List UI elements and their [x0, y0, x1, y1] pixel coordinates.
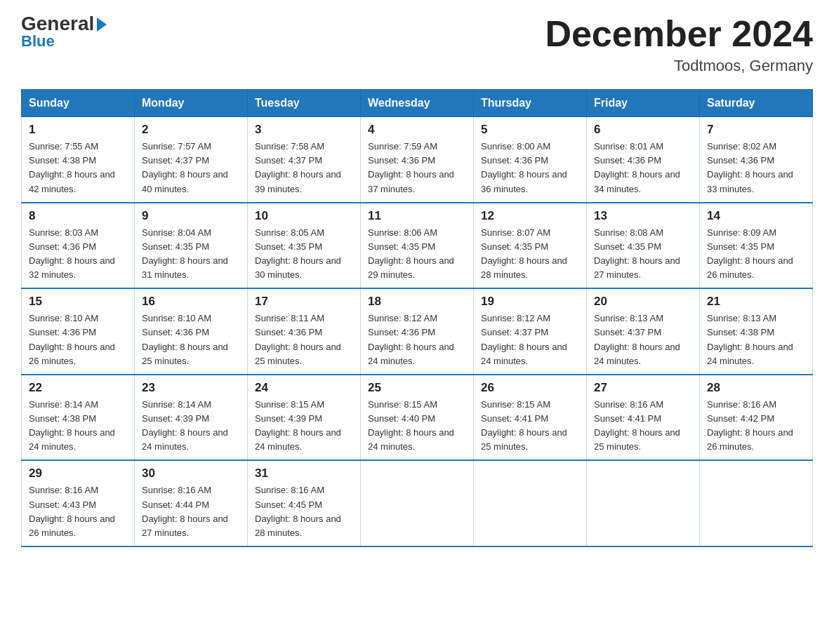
day-info: Sunrise: 7:58 AM Sunset: 4:37 PM Dayligh… — [255, 140, 353, 196]
day-number: 30 — [142, 467, 240, 481]
day-cell: 20 Sunrise: 8:13 AM Sunset: 4:37 PM Dayl… — [587, 288, 700, 375]
day-header-tuesday: Tuesday — [248, 90, 361, 117]
day-info: Sunrise: 8:06 AM Sunset: 4:35 PM Dayligh… — [368, 226, 466, 283]
location: Todtmoos, Germany — [545, 57, 813, 75]
day-number: 2 — [142, 123, 240, 137]
day-cell: 18 Sunrise: 8:12 AM Sunset: 4:36 PM Dayl… — [361, 288, 474, 375]
day-cell: 13 Sunrise: 8:08 AM Sunset: 4:35 PM Dayl… — [587, 203, 700, 289]
day-header-friday: Friday — [587, 90, 700, 117]
day-cell: 2 Sunrise: 7:57 AM Sunset: 4:37 PM Dayli… — [135, 117, 248, 203]
day-info: Sunrise: 8:02 AM Sunset: 4:36 PM Dayligh… — [707, 140, 805, 196]
day-cell: 16 Sunrise: 8:10 AM Sunset: 4:36 PM Dayl… — [135, 288, 248, 375]
day-info: Sunrise: 7:55 AM Sunset: 4:38 PM Dayligh… — [29, 140, 127, 196]
day-info: Sunrise: 8:16 AM Sunset: 4:45 PM Dayligh… — [255, 483, 353, 540]
day-info: Sunrise: 8:14 AM Sunset: 4:38 PM Dayligh… — [29, 398, 127, 455]
day-info: Sunrise: 8:14 AM Sunset: 4:39 PM Dayligh… — [142, 398, 240, 455]
day-info: Sunrise: 8:12 AM Sunset: 4:36 PM Dayligh… — [368, 311, 466, 368]
day-cell: 30 Sunrise: 8:16 AM Sunset: 4:44 PM Dayl… — [135, 460, 248, 546]
day-info: Sunrise: 8:10 AM Sunset: 4:36 PM Dayligh… — [29, 311, 127, 368]
day-number: 23 — [142, 381, 240, 395]
page-header: General Blue December 2024 Todtmoos, Ger… — [21, 14, 813, 75]
day-number: 29 — [29, 467, 127, 481]
day-number: 12 — [481, 209, 579, 223]
day-cell: 3 Sunrise: 7:58 AM Sunset: 4:37 PM Dayli… — [248, 117, 361, 203]
logo-blue-text: Blue — [21, 32, 55, 51]
day-info: Sunrise: 8:13 AM Sunset: 4:38 PM Dayligh… — [707, 311, 805, 368]
day-cell — [587, 460, 700, 546]
day-info: Sunrise: 8:16 AM Sunset: 4:44 PM Dayligh… — [142, 483, 240, 540]
week-row-2: 8 Sunrise: 8:03 AM Sunset: 4:36 PM Dayli… — [22, 203, 813, 289]
day-info: Sunrise: 8:15 AM Sunset: 4:41 PM Dayligh… — [481, 398, 579, 455]
day-cell — [700, 460, 813, 546]
day-info: Sunrise: 8:10 AM Sunset: 4:36 PM Dayligh… — [142, 311, 240, 368]
day-number: 8 — [29, 209, 127, 223]
day-header-saturday: Saturday — [700, 90, 813, 117]
day-info: Sunrise: 8:03 AM Sunset: 4:36 PM Dayligh… — [29, 226, 127, 283]
day-info: Sunrise: 7:57 AM Sunset: 4:37 PM Dayligh… — [142, 140, 240, 196]
day-number: 17 — [255, 295, 353, 309]
day-info: Sunrise: 8:08 AM Sunset: 4:35 PM Dayligh… — [594, 226, 692, 283]
day-cell: 29 Sunrise: 8:16 AM Sunset: 4:43 PM Dayl… — [22, 460, 135, 546]
day-number: 26 — [481, 381, 579, 395]
day-info: Sunrise: 8:11 AM Sunset: 4:36 PM Dayligh… — [255, 311, 353, 368]
day-cell: 31 Sunrise: 8:16 AM Sunset: 4:45 PM Dayl… — [248, 460, 361, 546]
day-number: 31 — [255, 467, 353, 481]
day-number: 11 — [368, 209, 466, 223]
day-cell — [361, 460, 474, 546]
day-cell: 4 Sunrise: 7:59 AM Sunset: 4:36 PM Dayli… — [361, 117, 474, 203]
day-cell: 23 Sunrise: 8:14 AM Sunset: 4:39 PM Dayl… — [135, 375, 248, 461]
day-cell: 8 Sunrise: 8:03 AM Sunset: 4:36 PM Dayli… — [22, 203, 135, 289]
month-title: December 2024 — [545, 14, 813, 54]
day-number: 19 — [481, 295, 579, 309]
day-cell: 9 Sunrise: 8:04 AM Sunset: 4:35 PM Dayli… — [135, 203, 248, 289]
title-block: December 2024 Todtmoos, Germany — [545, 14, 813, 75]
day-number: 21 — [707, 295, 805, 309]
day-info: Sunrise: 8:16 AM Sunset: 4:43 PM Dayligh… — [29, 483, 127, 540]
day-number: 6 — [594, 123, 692, 137]
day-cell: 24 Sunrise: 8:15 AM Sunset: 4:39 PM Dayl… — [248, 375, 361, 461]
day-number: 27 — [594, 381, 692, 395]
day-cell: 11 Sunrise: 8:06 AM Sunset: 4:35 PM Dayl… — [361, 203, 474, 289]
day-info: Sunrise: 8:15 AM Sunset: 4:39 PM Dayligh… — [255, 398, 353, 455]
day-header-sunday: Sunday — [22, 90, 135, 117]
logo: General Blue — [21, 14, 107, 51]
day-info: Sunrise: 8:16 AM Sunset: 4:41 PM Dayligh… — [594, 398, 692, 455]
day-cell: 17 Sunrise: 8:11 AM Sunset: 4:36 PM Dayl… — [248, 288, 361, 375]
day-info: Sunrise: 8:04 AM Sunset: 4:35 PM Dayligh… — [142, 226, 240, 283]
day-info: Sunrise: 8:12 AM Sunset: 4:37 PM Dayligh… — [481, 311, 579, 368]
day-number: 10 — [255, 209, 353, 223]
day-cell: 6 Sunrise: 8:01 AM Sunset: 4:36 PM Dayli… — [587, 117, 700, 203]
week-row-1: 1 Sunrise: 7:55 AM Sunset: 4:38 PM Dayli… — [22, 117, 813, 203]
day-number: 28 — [707, 381, 805, 395]
day-number: 18 — [368, 295, 466, 309]
day-cell: 26 Sunrise: 8:15 AM Sunset: 4:41 PM Dayl… — [474, 375, 587, 461]
day-number: 13 — [594, 209, 692, 223]
day-number: 24 — [255, 381, 353, 395]
day-info: Sunrise: 8:13 AM Sunset: 4:37 PM Dayligh… — [594, 311, 692, 368]
day-number: 22 — [29, 381, 127, 395]
day-info: Sunrise: 8:05 AM Sunset: 4:35 PM Dayligh… — [255, 226, 353, 283]
day-number: 7 — [707, 123, 805, 137]
day-cell: 22 Sunrise: 8:14 AM Sunset: 4:38 PM Dayl… — [22, 375, 135, 461]
day-cell: 14 Sunrise: 8:09 AM Sunset: 4:35 PM Dayl… — [700, 203, 813, 289]
day-number: 9 — [142, 209, 240, 223]
day-info: Sunrise: 8:16 AM Sunset: 4:42 PM Dayligh… — [707, 398, 805, 455]
day-info: Sunrise: 8:01 AM Sunset: 4:36 PM Dayligh… — [594, 140, 692, 196]
day-cell: 21 Sunrise: 8:13 AM Sunset: 4:38 PM Dayl… — [700, 288, 813, 375]
week-row-5: 29 Sunrise: 8:16 AM Sunset: 4:43 PM Dayl… — [22, 460, 813, 546]
day-cell: 10 Sunrise: 8:05 AM Sunset: 4:35 PM Dayl… — [248, 203, 361, 289]
day-number: 3 — [255, 123, 353, 137]
day-cell: 1 Sunrise: 7:55 AM Sunset: 4:38 PM Dayli… — [22, 117, 135, 203]
day-info: Sunrise: 8:07 AM Sunset: 4:35 PM Dayligh… — [481, 226, 579, 283]
day-cell: 15 Sunrise: 8:10 AM Sunset: 4:36 PM Dayl… — [22, 288, 135, 375]
day-cell: 28 Sunrise: 8:16 AM Sunset: 4:42 PM Dayl… — [700, 375, 813, 461]
day-header-thursday: Thursday — [474, 90, 587, 117]
calendar-table: SundayMondayTuesdayWednesdayThursdayFrid… — [21, 89, 813, 547]
day-number: 4 — [368, 123, 466, 137]
day-header-monday: Monday — [135, 90, 248, 117]
day-header-wednesday: Wednesday — [361, 90, 474, 117]
week-row-4: 22 Sunrise: 8:14 AM Sunset: 4:38 PM Dayl… — [22, 375, 813, 461]
day-cell — [474, 460, 587, 546]
week-row-3: 15 Sunrise: 8:10 AM Sunset: 4:36 PM Dayl… — [22, 288, 813, 375]
day-number: 5 — [481, 123, 579, 137]
